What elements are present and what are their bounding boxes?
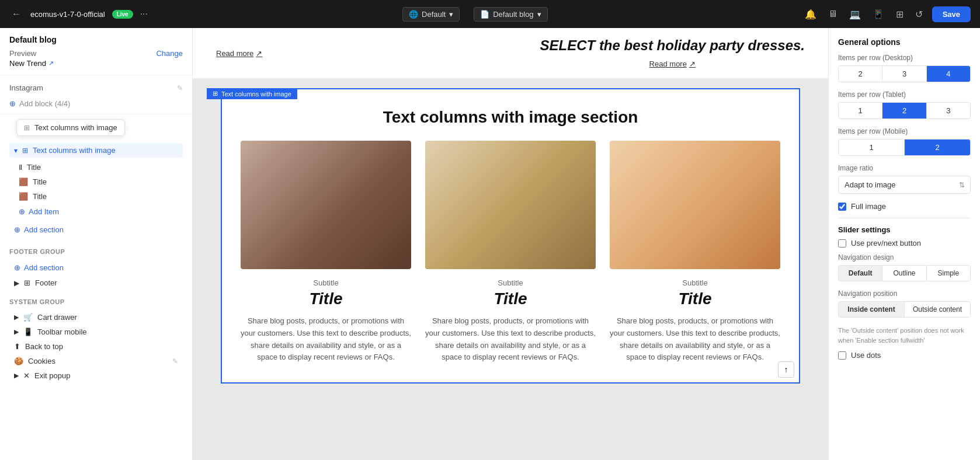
- main-layout: Default blog Preview Change New Trend ↗ …: [0, 28, 980, 460]
- nav-outline-button[interactable]: Outline: [882, 266, 926, 281]
- nav-position-label: Navigation position: [838, 290, 971, 298]
- undo-icon[interactable]: ↺: [913, 6, 925, 22]
- tree-item-1-label: Title: [27, 163, 41, 172]
- prev-next-label: Use prev/next button: [851, 239, 921, 248]
- desktop-4-button[interactable]: 4: [927, 66, 970, 82]
- footer-label: Footer: [35, 278, 57, 287]
- add-section-button[interactable]: ⊕ Add section: [9, 222, 183, 238]
- topbar: ← ecomus-v1-7-0-official Live ··· 🌐 Defa…: [0, 0, 980, 28]
- mobile-preview-icon[interactable]: 📱: [870, 6, 887, 22]
- system-item-backtotop[interactable]: ⬆ Back to top: [9, 339, 183, 354]
- system-item-exit[interactable]: ▶ ✕ Exit popup: [9, 368, 183, 383]
- full-image-checkbox[interactable]: [838, 203, 846, 211]
- preview-row: Preview Change: [9, 49, 183, 58]
- section-label-bar: ⊞ Text columns with image: [207, 88, 297, 99]
- system-item-toolbar[interactable]: ▶ 📱 Toolbar mobile: [9, 325, 183, 339]
- outside-content-button[interactable]: Outside content: [905, 302, 970, 317]
- read-more-left-link[interactable]: Read more ↗: [216, 49, 262, 58]
- footer-group-label: Footer Group: [0, 242, 192, 257]
- mobile-2-button[interactable]: 2: [905, 140, 970, 155]
- col-3-body: Share blog posts, products, or promotion…: [610, 315, 780, 364]
- topbar-center: 🌐 Default ▾ 📄 Default blog ▾: [402, 7, 548, 22]
- prev-next-checkbox[interactable]: [838, 239, 846, 248]
- add-block-button[interactable]: ⊕ Add block (4/4): [9, 97, 183, 110]
- system-item-cart[interactable]: ▶ 🛒 Cart drawer: [9, 310, 183, 325]
- save-button[interactable]: Save: [932, 6, 971, 22]
- section-content: Text columns with image section Subtitle…: [221, 88, 800, 384]
- tablet-preview-icon[interactable]: 💻: [847, 6, 863, 22]
- scroll-up-button[interactable]: ↑: [778, 361, 794, 378]
- blog-icon: 📄: [480, 10, 489, 19]
- image-ratio-label: Image ratio: [838, 164, 971, 172]
- panel-title: General options: [838, 37, 971, 47]
- site-headline: SELECT the best holiday party dresses.: [540, 37, 805, 54]
- blog-dropdown[interactable]: 📄 Default blog ▾: [474, 7, 547, 22]
- add-item-icon: ⊕: [19, 207, 25, 216]
- use-dots-label: Use dots: [851, 351, 881, 360]
- active-section-area: ▾ ⊞ Text columns with image: [0, 141, 192, 160]
- desktop-2-button[interactable]: 2: [839, 66, 882, 82]
- more-button[interactable]: ···: [140, 9, 148, 19]
- column-3: Subtitle Title Share blog posts, product…: [610, 141, 780, 364]
- arrow-right-icon: ↗: [256, 49, 262, 58]
- desktop-label: Items per row (Desktop): [838, 54, 971, 62]
- nav-simple-button[interactable]: Simple: [927, 266, 970, 281]
- desktop-3-button[interactable]: 3: [882, 66, 926, 82]
- mobile-label: Items per row (Mobile): [838, 127, 971, 135]
- site-name: ecomus-v1-7-0-official: [30, 10, 105, 19]
- col-2-body: Share blog posts, products, or promotion…: [425, 315, 596, 364]
- cookies-edit-icon: ✎: [172, 357, 178, 365]
- back-button[interactable]: ←: [9, 6, 23, 22]
- column-1: Subtitle Title Share blog posts, product…: [241, 141, 411, 364]
- tablet-1-button[interactable]: 1: [839, 103, 882, 119]
- tree-item-1[interactable]: Ⅱ Title: [14, 160, 192, 175]
- desktop-preview-icon[interactable]: 🖥: [826, 6, 840, 22]
- cookies-label: Cookies: [28, 357, 55, 365]
- footer-expand-icon: ▶: [14, 279, 19, 287]
- default-dropdown[interactable]: 🌐 Default ▾: [402, 7, 460, 22]
- section-heading: Text columns with image section: [222, 89, 799, 141]
- change-link[interactable]: Change: [156, 49, 183, 58]
- add-block-label: Add block (4/4): [19, 99, 70, 108]
- inside-content-button[interactable]: Inside content: [839, 302, 905, 317]
- dots-row: Use dots: [838, 351, 971, 360]
- read-more-right-link[interactable]: Read more ↗: [649, 60, 696, 68]
- full-image-row: Full image: [838, 202, 971, 211]
- tree-item-3[interactable]: 🟫 Title: [14, 189, 192, 204]
- add-section-footer-button[interactable]: ⊕ Add section: [9, 260, 183, 276]
- system-item-cookies[interactable]: 🍪 Cookies ✎: [9, 354, 183, 368]
- nav-default-button[interactable]: Default: [839, 266, 882, 281]
- tablet-btn-group: 1 2 3: [838, 102, 971, 119]
- instagram-item[interactable]: Instagram ✎: [9, 79, 183, 97]
- tree-item-2-icon: 🟫: [19, 177, 28, 186]
- instagram-label: Instagram: [9, 83, 43, 92]
- topbar-left: ← ecomus-v1-7-0-official Live ···: [9, 6, 148, 22]
- footer-icon: ⊞: [24, 278, 30, 287]
- context-icon: ⊞: [24, 124, 30, 132]
- toolbar-icon: 📱: [23, 327, 33, 336]
- grid-icon[interactable]: ⊞: [894, 6, 906, 22]
- tablet-3-button[interactable]: 3: [927, 103, 970, 119]
- add-item-button[interactable]: ⊕ Add Item: [14, 204, 192, 219]
- mobile-1-button[interactable]: 1: [839, 140, 905, 155]
- footer-item[interactable]: ▶ ⊞ Footer: [9, 276, 183, 290]
- canvas: Read more ↗ SELECT the best holiday part…: [193, 28, 828, 460]
- tree-item-2[interactable]: 🟫 Title: [14, 175, 192, 189]
- notifications-icon[interactable]: 🔔: [802, 6, 819, 22]
- section-collapse-icon: ▾: [14, 147, 18, 155]
- sidebar-header: Default blog: [9, 35, 183, 44]
- desktop-btn-group: 2 3 4: [838, 65, 971, 82]
- selected-section-wrapper: ⊞ Text columns with image Text columns w…: [207, 88, 814, 384]
- expand-cart-icon: ▶: [14, 313, 19, 321]
- panel-divider-1: [838, 218, 971, 218]
- image-ratio-select[interactable]: Adapt to image Square Portrait Landscape: [838, 176, 971, 194]
- exit-popup-label: Exit popup: [34, 371, 70, 380]
- tablet-2-button[interactable]: 2: [882, 103, 926, 119]
- column-2: Subtitle Title Share blog posts, product…: [425, 141, 596, 364]
- context-label: Text columns with image: [34, 123, 117, 132]
- topbar-right: 🔔 🖥 💻 📱 ⊞ ↺ Save: [802, 6, 971, 22]
- active-section-item[interactable]: ▾ ⊞ Text columns with image: [9, 143, 183, 158]
- use-dots-checkbox[interactable]: [838, 351, 846, 360]
- external-link-icon[interactable]: ↗: [48, 60, 54, 67]
- col-1-subtitle: Subtitle: [313, 278, 338, 287]
